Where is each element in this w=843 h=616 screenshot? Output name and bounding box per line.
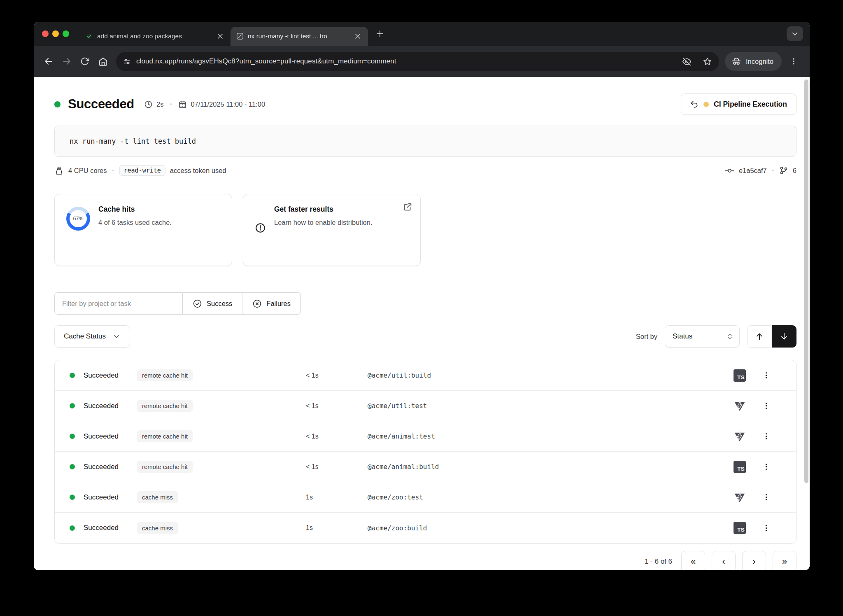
run-status-dot <box>54 101 61 107</box>
home-button[interactable] <box>94 52 112 70</box>
updown-chevrons-icon <box>726 333 734 340</box>
ci-pipeline-execution-button[interactable]: CI Pipeline Execution <box>681 93 796 115</box>
filter-failures-button[interactable]: Failures <box>242 292 301 315</box>
task-duration: 1s <box>306 494 359 501</box>
summary-cards: 67% Cache hits 4 of 6 tasks used cache. <box>54 194 796 266</box>
task-duration: < 1s <box>306 463 359 471</box>
row-menu-button[interactable] <box>758 459 774 475</box>
cache-status-dropdown[interactable]: Cache Status <box>54 325 130 348</box>
calendar-icon <box>178 100 187 109</box>
task-name[interactable]: @acme/animal:build <box>359 463 727 471</box>
arrow-up-icon <box>755 332 764 341</box>
check-circle-icon <box>193 299 202 308</box>
row-menu-button[interactable] <box>758 428 774 445</box>
chevron-left-icon: ‹ <box>722 556 725 567</box>
run-date-range: 07/11/2025 11:00 - 11:00 <box>178 100 265 109</box>
tab-title: add animal and zoo packages <box>97 33 211 40</box>
page-content: Succeeded 2s 07/11/2025 11:00 - 11:00 CI… <box>34 77 810 570</box>
reload-button[interactable] <box>76 52 94 70</box>
task-name[interactable]: @acme/util:test <box>359 402 727 410</box>
undo-icon <box>690 100 699 108</box>
close-icon[interactable] <box>215 31 226 42</box>
sort-direction-group <box>747 325 796 348</box>
eye-off-icon[interactable] <box>679 54 694 69</box>
task-name[interactable]: @acme/util:build <box>359 371 727 379</box>
sort-ascending-button[interactable] <box>747 325 772 348</box>
table-row[interactable]: Succeeded cache miss 1s @acme/zoo:build … <box>55 513 796 543</box>
run-header: Succeeded 2s 07/11/2025 11:00 - 11:00 CI… <box>54 93 796 115</box>
tab-list-chevron-button[interactable] <box>787 26 803 41</box>
separator-dot <box>170 103 172 105</box>
cache-status-badge: cache miss <box>137 522 178 534</box>
cache-percent: 67% <box>73 216 83 222</box>
next-page-button[interactable]: › <box>742 551 766 570</box>
chevron-right-icon: › <box>752 556 755 567</box>
vitest-icon <box>734 430 746 443</box>
close-icon[interactable] <box>352 31 363 42</box>
table-row[interactable]: Succeeded cache miss 1s @acme/zoo:test T… <box>55 482 796 513</box>
filter-input[interactable] <box>54 292 183 315</box>
tab-nx-run[interactable]: nx run-many -t lint test ... fro <box>231 27 368 46</box>
clock-icon <box>144 100 153 109</box>
command-box: nx run-many -t lint test build <box>54 126 796 157</box>
distribution-card[interactable]: Get faster results Learn how to enable d… <box>243 194 421 266</box>
task-duration: < 1s <box>306 433 359 440</box>
new-tab-button[interactable] <box>372 26 388 42</box>
row-menu-button[interactable] <box>758 489 774 506</box>
last-page-button[interactable]: » <box>773 551 796 570</box>
sort-descending-button[interactable] <box>772 325 796 348</box>
table-row[interactable]: Succeeded remote cache hit < 1s @acme/an… <box>55 452 796 482</box>
previous-page-button[interactable]: ‹ <box>712 551 736 570</box>
pagination: 1 - 6 of 6 « ‹ › » <box>54 551 796 570</box>
task-name[interactable]: @acme/animal:test <box>359 432 727 440</box>
table-row[interactable]: Succeeded remote cache hit < 1s @acme/ut… <box>55 360 796 391</box>
tab-strip: add animal and zoo packages nx run-many … <box>34 22 810 46</box>
browser-menu-icon[interactable] <box>785 53 802 70</box>
github-check-icon <box>86 33 93 40</box>
x-circle-icon <box>252 299 262 308</box>
separator-dot <box>112 170 114 171</box>
row-menu-button[interactable] <box>758 398 774 414</box>
nx-console-icon <box>236 33 244 40</box>
cpu-cores-label: 4 CPU cores <box>68 167 107 175</box>
incognito-label: Incognito <box>746 58 773 65</box>
window-close-button[interactable] <box>42 30 49 37</box>
row-menu-button[interactable] <box>758 367 774 384</box>
incognito-badge: Incognito <box>725 52 782 71</box>
linux-penguin-icon <box>54 166 64 175</box>
git-branch-icon <box>779 166 788 175</box>
cache-hits-card: 67% Cache hits 4 of 6 tasks used cache. <box>54 194 232 266</box>
task-name[interactable]: @acme/zoo:test <box>359 493 727 501</box>
alert-circle-icon <box>255 222 266 233</box>
cache-status-badge: remote cache hit <box>137 461 193 473</box>
window-minimize-button[interactable] <box>52 30 59 37</box>
commit-hash[interactable]: e1a5caf7 <box>739 167 767 175</box>
sort-field-select[interactable]: Status <box>665 325 740 348</box>
back-button[interactable] <box>40 52 58 70</box>
filter-success-button[interactable]: Success <box>183 292 242 315</box>
run-duration: 2s <box>144 100 163 109</box>
row-menu-button[interactable] <box>758 520 774 536</box>
forward-button[interactable] <box>58 52 76 70</box>
table-row[interactable]: Succeeded remote cache hit < 1s @acme/an… <box>55 421 796 452</box>
cache-status-badge: cache miss <box>137 491 178 503</box>
bookmark-star-icon[interactable] <box>699 54 715 69</box>
task-status: Succeeded <box>84 524 137 532</box>
cache-status-badge: remote cache hit <box>137 400 193 412</box>
cache-hits-donut: 67% <box>66 207 90 231</box>
first-page-button[interactable]: « <box>681 551 705 570</box>
task-status: Succeeded <box>84 463 137 471</box>
url-bar[interactable]: cloud.nx.app/runs/agsvEHsQc8?utm_source=… <box>116 52 719 71</box>
scrollbar-thumb[interactable] <box>804 79 808 483</box>
list-controls: Cache Status Sort by Status <box>54 325 796 348</box>
command-text: nx run-many -t lint test build <box>70 137 196 145</box>
table-row[interactable]: Succeeded remote cache hit < 1s @acme/ut… <box>55 391 796 421</box>
task-status: Succeeded <box>84 432 137 441</box>
window-zoom-button[interactable] <box>63 30 69 37</box>
tab-github-pr[interactable]: add animal and zoo packages <box>80 27 231 46</box>
token-text: access token used <box>170 167 226 175</box>
branch-count[interactable]: 6 <box>793 167 796 175</box>
chevron-down-icon <box>112 332 121 341</box>
site-settings-icon[interactable] <box>123 57 131 66</box>
task-name[interactable]: @acme/zoo:build <box>359 524 727 532</box>
